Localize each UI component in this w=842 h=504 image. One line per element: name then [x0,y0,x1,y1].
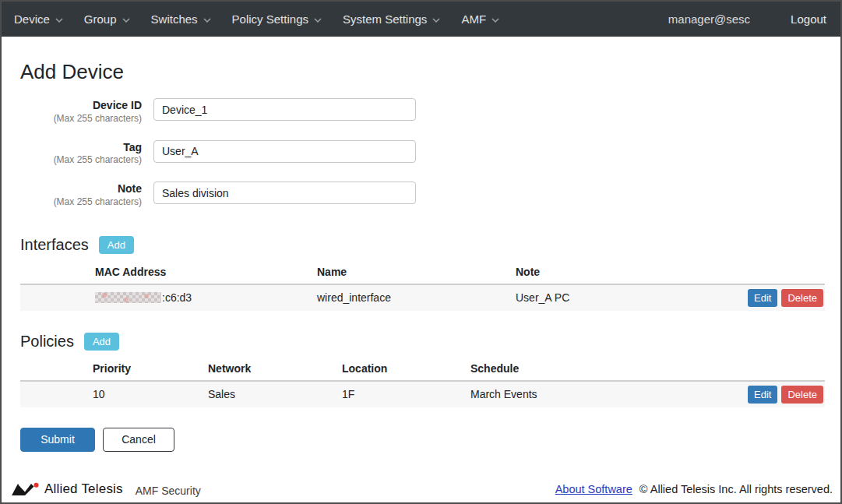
nav-item-policy-settings[interactable]: Policy Settings [232,12,322,26]
policy-row-actions: Edit Delete [748,386,825,404]
interface-note-cell: User_A PC [516,291,748,304]
col-schedule: Schedule [470,362,825,375]
chevron-down-icon [314,18,322,23]
about-software-link[interactable]: About Software [555,483,632,495]
nav-item-device[interactable]: Device [14,12,63,26]
navbar-right: manager@sesc Logout [668,12,826,26]
tag-label-text: Tag [20,141,142,155]
tag-hint: (Max 255 characters) [20,154,142,166]
policies-title: Policies [20,333,74,351]
nav-item-system-settings[interactable]: System Settings [343,12,440,26]
product-name: AMF Security [136,482,201,497]
policy-delete-button[interactable]: Delete [781,386,823,404]
footer: Allied Telesis AMF Security About Softwa… [2,478,840,502]
page-title: Add Device [20,60,822,84]
policy-edit-button[interactable]: Edit [748,386,777,404]
policy-location-cell: 1F [342,388,470,400]
note-label-text: Note [20,182,142,196]
interface-name-cell: wired_interface [317,291,516,304]
cancel-button[interactable]: Cancel [103,428,174,452]
tag-input[interactable] [153,140,416,163]
note-hint: (Max 255 characters) [20,196,142,208]
chevron-down-icon [122,18,130,23]
col-location: Location [342,362,470,375]
logout-link[interactable]: Logout [791,12,826,26]
nav-item-amf-label: AMF [461,12,486,26]
device-id-input[interactable] [153,98,416,121]
policies-section: Policies Add Priority Network Location S… [20,333,822,407]
col-network: Network [208,362,342,375]
interface-table-row: :c6:d3 wired_interface User_A PC Edit De… [20,285,825,311]
brand-name: Allied Telesis [44,481,123,497]
form-row-tag: Tag (Max 255 characters) [20,140,822,167]
policies-table: Priority Network Location Schedule 10 Sa… [20,355,825,407]
interfaces-table: MAC Address Name Note :c6:d3 wired_inter… [20,259,825,311]
col-note: Note [516,266,825,278]
form-row-device-id: Device ID (Max 255 characters) [20,98,822,125]
nav-item-system-settings-label: System Settings [343,12,427,26]
policy-schedule-cell: March Events [470,388,748,400]
policy-priority-cell: 10 [93,388,208,400]
allied-telesis-logo-icon [12,481,40,497]
add-device-form: Device ID (Max 255 characters) Tag (Max … [20,98,822,208]
device-id-label: Device ID (Max 255 characters) [20,98,142,125]
nav-item-policy-settings-label: Policy Settings [232,12,308,26]
navbar-menu: Device Group Switches Policy Settings Sy… [14,12,499,26]
policy-network-cell: Sales [208,388,342,400]
policies-add-button[interactable]: Add [84,333,119,351]
policies-header: Policies Add [20,333,822,351]
nav-item-group-label: Group [84,12,117,26]
mac-redacted-pixelation [95,292,161,303]
brand: Allied Telesis AMF Security [12,481,201,497]
device-id-hint: (Max 255 characters) [20,113,142,125]
col-name: Name [317,266,516,278]
policies-table-header: Priority Network Location Schedule [20,355,825,382]
interfaces-add-button[interactable]: Add [99,236,134,254]
device-id-label-text: Device ID [20,99,142,113]
footer-right: About Software © Allied Telesis Inc. All… [555,483,833,495]
form-actions: Submit Cancel [20,428,822,452]
submit-button[interactable]: Submit [20,428,95,452]
navbar: Device Group Switches Policy Settings Sy… [2,2,840,37]
col-mac-address: MAC Address [95,266,317,278]
nav-item-device-label: Device [14,12,50,26]
note-input[interactable] [153,182,416,204]
interfaces-table-header: MAC Address Name Note [20,259,825,285]
chevron-down-icon [491,18,499,23]
mac-address-cell: :c6:d3 [95,291,317,304]
mac-visible-part: :c6:d3 [162,291,192,304]
col-priority: Priority [93,362,208,375]
interface-edit-button[interactable]: Edit [748,289,777,307]
main-content: Add Device Device ID (Max 255 characters… [2,37,840,478]
nav-item-switches-label: Switches [151,12,198,26]
interfaces-header: Interfaces Add [20,236,822,254]
page: Device Group Switches Policy Settings Sy… [0,0,842,504]
chevron-down-icon [203,18,211,23]
note-label: Note (Max 255 characters) [20,182,142,208]
interface-delete-button[interactable]: Delete [781,289,823,307]
nav-item-switches[interactable]: Switches [151,12,211,26]
interfaces-title: Interfaces [20,236,89,254]
policy-table-row: 10 Sales 1F March Events Edit Delete [20,382,825,407]
interface-row-actions: Edit Delete [748,289,825,307]
user-account: manager@sesc [668,12,750,26]
form-row-note: Note (Max 255 characters) [20,182,822,208]
chevron-down-icon [55,18,63,23]
copyright-text: © Allied Telesis Inc. All rights reserve… [639,483,833,495]
nav-item-group[interactable]: Group [84,12,130,26]
chevron-down-icon [432,18,440,23]
tag-label: Tag (Max 255 characters) [20,140,142,167]
interfaces-section: Interfaces Add MAC Address Name Note :c6… [20,236,822,311]
nav-item-amf[interactable]: AMF [461,12,499,26]
